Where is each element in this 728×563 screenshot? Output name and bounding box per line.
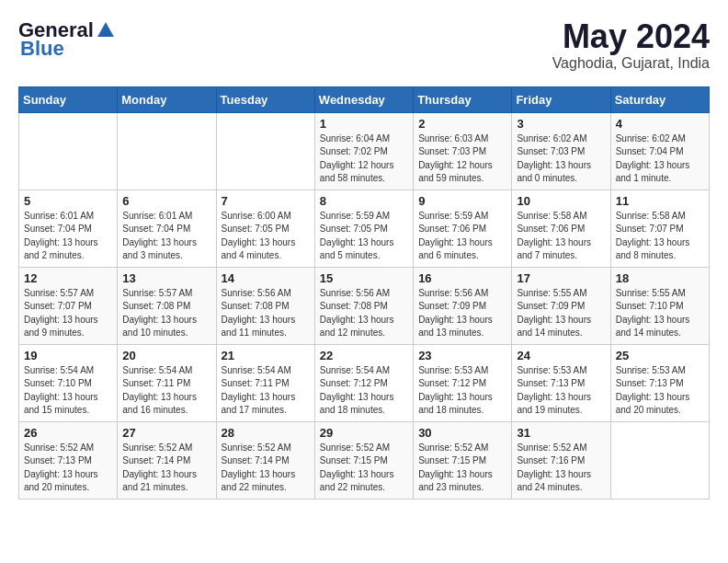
day-number: 1: [320, 117, 408, 131]
calendar-cell: 13Sunrise: 5:57 AM Sunset: 7:08 PM Dayli…: [118, 267, 216, 344]
calendar-cell: 18Sunrise: 5:55 AM Sunset: 7:10 PM Dayli…: [610, 267, 709, 344]
calendar-cell: [216, 112, 314, 190]
day-number: 14: [222, 271, 310, 285]
day-number: 17: [517, 271, 605, 285]
logo-blue-text: Blue: [20, 37, 64, 61]
cell-content: Sunrise: 5:59 AM Sunset: 7:05 PM Dayligh…: [320, 210, 408, 263]
day-number: 10: [517, 194, 605, 208]
cell-content: Sunrise: 5:57 AM Sunset: 7:07 PM Dayligh…: [24, 287, 112, 340]
day-number: 16: [418, 271, 506, 285]
header-wednesday: Wednesday: [314, 86, 413, 112]
calendar-cell: 1Sunrise: 6:04 AM Sunset: 7:02 PM Daylig…: [314, 112, 413, 190]
day-number: 22: [320, 349, 408, 362]
cell-content: Sunrise: 6:01 AM Sunset: 7:04 PM Dayligh…: [24, 210, 112, 263]
day-number: 18: [616, 271, 704, 285]
calendar-cell: 25Sunrise: 5:53 AM Sunset: 7:13 PM Dayli…: [610, 344, 709, 421]
calendar-cell: 5Sunrise: 6:01 AM Sunset: 7:04 PM Daylig…: [19, 190, 118, 267]
calendar-cell: 23Sunrise: 5:53 AM Sunset: 7:12 PM Dayli…: [414, 344, 512, 421]
calendar-cell: 8Sunrise: 5:59 AM Sunset: 7:05 PM Daylig…: [314, 190, 413, 267]
calendar-cell: 11Sunrise: 5:58 AM Sunset: 7:07 PM Dayli…: [610, 190, 709, 267]
cell-content: Sunrise: 5:56 AM Sunset: 7:09 PM Dayligh…: [418, 287, 506, 340]
calendar-cell: 3Sunrise: 6:02 AM Sunset: 7:03 PM Daylig…: [512, 112, 610, 190]
calendar-cell: 26Sunrise: 5:52 AM Sunset: 7:13 PM Dayli…: [19, 421, 118, 499]
cell-content: Sunrise: 5:52 AM Sunset: 7:15 PM Dayligh…: [320, 442, 408, 495]
cell-content: Sunrise: 5:54 AM Sunset: 7:11 PM Dayligh…: [122, 364, 210, 418]
calendar-cell: 31Sunrise: 5:52 AM Sunset: 7:16 PM Dayli…: [512, 421, 610, 499]
day-number: 6: [122, 194, 210, 208]
cell-content: Sunrise: 5:54 AM Sunset: 7:10 PM Dayligh…: [24, 364, 112, 418]
calendar-cell: 21Sunrise: 5:54 AM Sunset: 7:11 PM Dayli…: [216, 344, 314, 421]
calendar-header-row: SundayMondayTuesdayWednesdayThursdayFrid…: [19, 86, 710, 112]
day-number: 15: [320, 271, 408, 285]
day-number: 8: [320, 194, 408, 208]
calendar-cell: 14Sunrise: 5:56 AM Sunset: 7:08 PM Dayli…: [216, 267, 314, 344]
calendar-cell: [118, 112, 216, 190]
day-number: 30: [418, 426, 506, 440]
day-number: 24: [517, 349, 605, 362]
day-number: 2: [418, 117, 506, 131]
calendar-cell: 20Sunrise: 5:54 AM Sunset: 7:11 PM Dayli…: [118, 344, 216, 421]
calendar-cell: [610, 421, 709, 499]
cell-content: Sunrise: 5:58 AM Sunset: 7:07 PM Dayligh…: [616, 210, 704, 263]
logo: General Blue: [18, 18, 116, 61]
calendar-cell: 28Sunrise: 5:52 AM Sunset: 7:14 PM Dayli…: [216, 421, 314, 499]
day-number: 20: [122, 349, 210, 362]
cell-content: Sunrise: 5:54 AM Sunset: 7:11 PM Dayligh…: [222, 364, 310, 418]
cell-content: Sunrise: 5:52 AM Sunset: 7:14 PM Dayligh…: [122, 442, 210, 495]
day-number: 31: [517, 426, 605, 440]
header-thursday: Thursday: [414, 86, 512, 112]
cell-content: Sunrise: 5:55 AM Sunset: 7:09 PM Dayligh…: [517, 287, 605, 340]
calendar-cell: 30Sunrise: 5:52 AM Sunset: 7:15 PM Dayli…: [414, 421, 512, 499]
day-number: 21: [222, 349, 310, 362]
day-number: 19: [24, 349, 112, 362]
calendar-cell: 10Sunrise: 5:58 AM Sunset: 7:06 PM Dayli…: [512, 190, 610, 267]
month-title: May 2024: [552, 18, 710, 55]
week-row-4: 19Sunrise: 5:54 AM Sunset: 7:10 PM Dayli…: [19, 344, 710, 421]
day-number: 11: [616, 194, 704, 208]
title-block: May 2024 Vaghodia, Gujarat, India: [552, 18, 710, 72]
day-number: 12: [24, 271, 112, 285]
week-row-5: 26Sunrise: 5:52 AM Sunset: 7:13 PM Dayli…: [19, 421, 710, 499]
calendar-cell: 27Sunrise: 5:52 AM Sunset: 7:14 PM Dayli…: [118, 421, 216, 499]
calendar-cell: 16Sunrise: 5:56 AM Sunset: 7:09 PM Dayli…: [414, 267, 512, 344]
week-row-3: 12Sunrise: 5:57 AM Sunset: 7:07 PM Dayli…: [19, 267, 710, 344]
cell-content: Sunrise: 5:53 AM Sunset: 7:13 PM Dayligh…: [517, 364, 605, 418]
logo-icon: [96, 20, 116, 40]
cell-content: Sunrise: 5:59 AM Sunset: 7:06 PM Dayligh…: [418, 210, 506, 263]
page-header: General Blue May 2024 Vaghodia, Gujarat,…: [18, 18, 710, 72]
location: Vaghodia, Gujarat, India: [552, 55, 710, 72]
calendar-cell: 17Sunrise: 5:55 AM Sunset: 7:09 PM Dayli…: [512, 267, 610, 344]
calendar-cell: 19Sunrise: 5:54 AM Sunset: 7:10 PM Dayli…: [19, 344, 118, 421]
calendar-cell: [19, 112, 118, 190]
day-number: 13: [122, 271, 210, 285]
day-number: 4: [616, 117, 704, 131]
cell-content: Sunrise: 5:57 AM Sunset: 7:08 PM Dayligh…: [122, 287, 210, 340]
day-number: 9: [418, 194, 506, 208]
cell-content: Sunrise: 5:52 AM Sunset: 7:14 PM Dayligh…: [222, 442, 310, 495]
header-tuesday: Tuesday: [216, 86, 314, 112]
day-number: 29: [320, 426, 408, 440]
day-number: 7: [222, 194, 310, 208]
day-number: 26: [24, 426, 112, 440]
calendar-cell: 12Sunrise: 5:57 AM Sunset: 7:07 PM Dayli…: [19, 267, 118, 344]
cell-content: Sunrise: 6:01 AM Sunset: 7:04 PM Dayligh…: [122, 210, 210, 263]
day-number: 25: [616, 349, 704, 362]
cell-content: Sunrise: 6:03 AM Sunset: 7:03 PM Dayligh…: [418, 132, 506, 186]
week-row-2: 5Sunrise: 6:01 AM Sunset: 7:04 PM Daylig…: [19, 190, 710, 267]
calendar-cell: 29Sunrise: 5:52 AM Sunset: 7:15 PM Dayli…: [314, 421, 413, 499]
cell-content: Sunrise: 5:53 AM Sunset: 7:12 PM Dayligh…: [418, 364, 506, 418]
calendar-cell: 2Sunrise: 6:03 AM Sunset: 7:03 PM Daylig…: [414, 112, 512, 190]
cell-content: Sunrise: 5:56 AM Sunset: 7:08 PM Dayligh…: [320, 287, 408, 340]
day-number: 23: [418, 349, 506, 362]
calendar-cell: 24Sunrise: 5:53 AM Sunset: 7:13 PM Dayli…: [512, 344, 610, 421]
day-number: 27: [122, 426, 210, 440]
calendar-cell: 7Sunrise: 6:00 AM Sunset: 7:05 PM Daylig…: [216, 190, 314, 267]
cell-content: Sunrise: 5:58 AM Sunset: 7:06 PM Dayligh…: [517, 210, 605, 263]
week-row-1: 1Sunrise: 6:04 AM Sunset: 7:02 PM Daylig…: [19, 112, 710, 190]
calendar-table: SundayMondayTuesdayWednesdayThursdayFrid…: [18, 86, 710, 500]
header-monday: Monday: [118, 86, 216, 112]
cell-content: Sunrise: 6:02 AM Sunset: 7:04 PM Dayligh…: [616, 132, 704, 186]
cell-content: Sunrise: 5:52 AM Sunset: 7:13 PM Dayligh…: [24, 442, 112, 495]
calendar-cell: 15Sunrise: 5:56 AM Sunset: 7:08 PM Dayli…: [314, 267, 413, 344]
cell-content: Sunrise: 5:56 AM Sunset: 7:08 PM Dayligh…: [222, 287, 310, 340]
